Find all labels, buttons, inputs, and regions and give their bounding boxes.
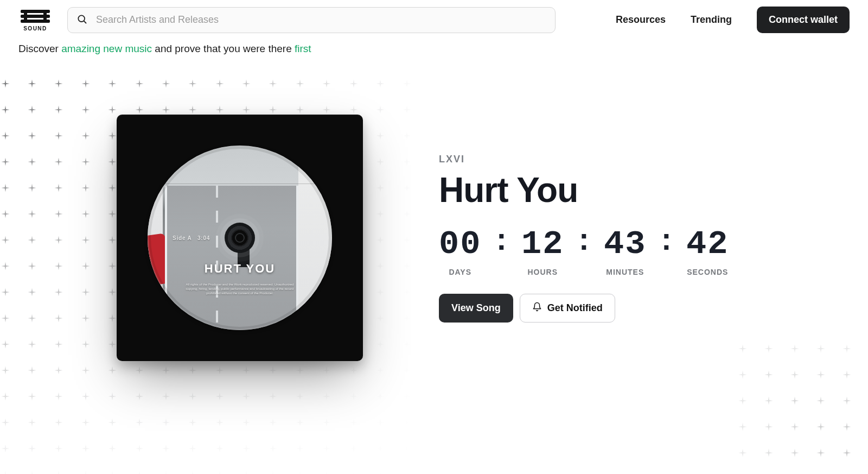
countdown-seconds-label: SECONDS bbox=[687, 268, 728, 276]
nav-resources[interactable]: Resources bbox=[616, 14, 666, 26]
release-title: Hurt You bbox=[439, 173, 729, 207]
search-icon bbox=[76, 14, 87, 27]
countdown-hours: 12 HOURS bbox=[521, 225, 564, 276]
svg-line-6 bbox=[84, 21, 86, 23]
nav: Resources Trending Connect wallet bbox=[605, 7, 850, 33]
countdown-minutes-value: 43 bbox=[604, 225, 646, 263]
countdown-hours-label: HOURS bbox=[527, 268, 558, 276]
countdown-minutes-label: MINUTES bbox=[606, 268, 644, 276]
tagline-accent-1: amazing new music bbox=[61, 43, 152, 54]
disc-legal: All rights of the Producer and the Work … bbox=[182, 282, 297, 295]
header: SOUND Resources Trending Connect wallet bbox=[0, 0, 868, 33]
tagline-pre: Discover bbox=[18, 43, 61, 54]
countdown-colon: : bbox=[490, 225, 513, 258]
disc-side: Side A bbox=[173, 235, 192, 241]
svg-rect-3 bbox=[24, 10, 27, 23]
connect-wallet-button[interactable]: Connect wallet bbox=[757, 7, 850, 33]
album-art[interactable]: Side A 3:04 HURT YOU All rights of the P… bbox=[117, 115, 363, 361]
bell-icon bbox=[532, 302, 542, 314]
countdown-colon: : bbox=[655, 225, 678, 258]
countdown-days-label: DAYS bbox=[449, 268, 471, 276]
hero: Side A 3:04 HURT YOU All rights of the P… bbox=[0, 55, 868, 361]
brand-wordmark: SOUND bbox=[23, 26, 47, 31]
tagline: Discover amazing new music and prove tha… bbox=[0, 33, 868, 55]
disc-side-label: Side A 3:04 bbox=[173, 235, 210, 241]
tagline-accent-2: first bbox=[295, 43, 311, 54]
countdown-seconds: 42 SECONDS bbox=[686, 225, 729, 276]
nav-trending[interactable]: Trending bbox=[691, 14, 732, 26]
release-actions: View Song Get Notified bbox=[439, 294, 729, 323]
release-panel: LXVI Hurt You 00 DAYS : 12 HOURS : 43 MI… bbox=[439, 154, 729, 323]
countdown-hours-value: 12 bbox=[521, 225, 564, 263]
disc-horizon bbox=[148, 184, 332, 184]
countdown-days: 00 DAYS bbox=[439, 225, 481, 276]
brand-logo[interactable]: SOUND bbox=[18, 8, 52, 31]
disc-title: HURT YOU bbox=[148, 262, 332, 276]
disc-time: 3:04 bbox=[197, 235, 210, 241]
artist-name: LXVI bbox=[439, 154, 729, 165]
countdown: 00 DAYS : 12 HOURS : 43 MINUTES : 42 SEC… bbox=[439, 225, 729, 276]
countdown-days-value: 00 bbox=[439, 225, 481, 263]
get-notified-button[interactable]: Get Notified bbox=[520, 294, 615, 323]
countdown-minutes: 43 MINUTES bbox=[604, 225, 646, 276]
sparkles-right bbox=[738, 344, 868, 474]
tagline-mid: and prove that you were there bbox=[152, 43, 295, 54]
disc-hub bbox=[225, 223, 255, 253]
search-input[interactable] bbox=[95, 14, 546, 26]
disc-edge-right bbox=[298, 146, 332, 330]
disc: Side A 3:04 HURT YOU All rights of the P… bbox=[148, 146, 332, 330]
search[interactable] bbox=[67, 7, 556, 33]
view-song-button[interactable]: View Song bbox=[439, 294, 513, 323]
svg-rect-4 bbox=[43, 10, 47, 23]
countdown-colon: : bbox=[572, 225, 595, 258]
disc-road bbox=[165, 186, 298, 330]
logo-icon bbox=[18, 8, 52, 24]
countdown-seconds-value: 42 bbox=[686, 225, 729, 263]
get-notified-label: Get Notified bbox=[547, 302, 603, 314]
